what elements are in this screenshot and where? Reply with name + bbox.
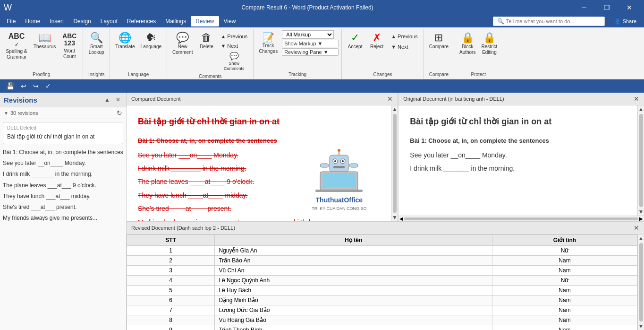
next-comment-button[interactable]: ▼ Next [218, 42, 250, 50]
revised-doc-scrollbar[interactable]: ▲ ▼ [637, 234, 644, 330]
original-doc-header: Original Document (in bai tieng anh - DE… [398, 93, 644, 105]
menu-home[interactable]: Home [20, 16, 45, 26]
accept-icon: ✓ [351, 33, 359, 43]
revisions-close-button[interactable]: ✕ [114, 96, 122, 104]
undo-qa-button[interactable]: ↩ [18, 81, 29, 91]
translate-icon: 🌐 [119, 33, 131, 43]
reject-button[interactable]: ✗ Reject [366, 30, 387, 51]
compared-doc-scrollbar[interactable]: ▲ ▼ [391, 105, 398, 221]
word-count-button[interactable]: ABC123 WordCount [59, 30, 80, 61]
previous-change-button[interactable]: ▲ Previous [388, 32, 421, 41]
restore-button[interactable]: ❐ [596, 0, 618, 15]
table-row: 4Lê Ngọc Quỳnh AnhNữ [127, 276, 637, 286]
compared-doc-close-button[interactable]: ✕ [387, 95, 393, 103]
compared-doc-content[interactable]: Bài tập giới từ chỉ thời gian in on at B… [127, 105, 391, 221]
original-doc-content[interactable]: Bài tập giới từ chỉ thời gian in on at B… [398, 105, 637, 216]
tell-input[interactable] [506, 18, 601, 24]
menu-layout[interactable]: Layout [96, 16, 122, 26]
restrict-editing-button[interactable]: 🔒 RestrictEditing [479, 30, 500, 57]
list-item: I drink milk _______ in the morning. [3, 169, 123, 180]
spelling-icon: ABC✓ [8, 33, 25, 48]
track-changes-button[interactable]: 📝 TrackChanges [256, 30, 280, 56]
compared-sentence-5: My friends always give me presents ____o… [138, 217, 380, 221]
reviewing-pane-button[interactable]: Reviewing Pane ▼ [282, 48, 339, 56]
table-row: 2Trần Bảo AnNam [127, 256, 637, 266]
table-row: 6Đặng Minh BảoNam [127, 295, 637, 305]
show-markup-button[interactable]: Show Markup ▼ [282, 40, 339, 47]
tell-bar[interactable]: 🔍 [493, 17, 605, 26]
compared-doc-header: Compared Document ✕ [127, 93, 398, 105]
list-item: She's tired ___at___ present. [3, 202, 123, 213]
scroll-up-button[interactable]: ▲ [392, 106, 398, 112]
menu-view[interactable]: View [219, 16, 241, 26]
menu-file[interactable]: File [2, 16, 20, 26]
close-button[interactable]: ✕ [619, 0, 640, 15]
restrict-editing-icon: 🔒 [483, 33, 496, 43]
revised-doc-close-button[interactable]: ✕ [634, 224, 639, 232]
compared-doc-title: Compared Document [131, 96, 181, 102]
thesaurus-button[interactable]: 📖 Thesaurus [31, 30, 58, 51]
new-comment-icon: 💬 [176, 33, 189, 43]
svg-rect-11 [349, 164, 358, 167]
redo-qa-button[interactable]: ↪ [31, 81, 41, 91]
rev-scroll-up-button[interactable]: ▲ [638, 235, 644, 241]
show-comments-button[interactable]: 💬 ShowComments [218, 51, 250, 73]
minimize-button[interactable]: ─ [573, 0, 595, 15]
orig-scroll-down-button[interactable]: ▼ [638, 209, 644, 215]
original-doc-scrollbar[interactable]: ▲ ▼ [637, 105, 644, 216]
menu-design[interactable]: Design [68, 16, 95, 26]
list-item: Bài 1: Choose at, in, on complete the se… [3, 147, 123, 158]
original-h-scrollbar[interactable]: ◀ ▶ [398, 216, 644, 221]
word-count-icon: ABC123 [62, 33, 76, 47]
reject-icon: ✗ [373, 33, 381, 43]
revisions-title: Revisions [4, 96, 37, 104]
share-icon: 👤 [614, 18, 621, 25]
h-scroll-left[interactable]: ◀ [399, 216, 403, 221]
table-row: 8Vũ Hoàng Gia BảoNam [127, 315, 637, 325]
original-sentence-0: See you later __on____ Monday. [410, 150, 626, 160]
original-sentence-1: I drink milk _______ in the morning. [410, 163, 626, 174]
save-qa-button[interactable]: 💾 [4, 81, 17, 91]
refresh-revisions-button[interactable]: ↻ [117, 109, 122, 117]
show-comments-icon: 💬 [229, 52, 239, 60]
scroll-down-button[interactable]: ▼ [392, 215, 398, 220]
new-comment-button[interactable]: 💬 NewComment [170, 30, 195, 57]
search-icon: 🔍 [497, 18, 504, 25]
translate-button[interactable]: 🌐 Translate [113, 30, 137, 51]
docs-top: Compared Document ✕ Bài tập giới từ chỉ … [127, 93, 644, 221]
block-authors-icon: 🔒 [461, 33, 474, 43]
revisions-expand-button[interactable]: ▲ [102, 96, 112, 104]
h-scroll-right[interactable]: ▶ [639, 216, 643, 221]
menu-insert[interactable]: Insert [45, 16, 68, 26]
table-row: 3Vũ Chí AnNam [127, 266, 637, 276]
delete-comment-button[interactable]: 🗑 Delete [196, 30, 217, 51]
block-authors-button[interactable]: 🔒 BlockAuthors [457, 30, 478, 57]
smart-lookup-button[interactable]: 🔍 SmartLookup [86, 30, 107, 57]
share-button[interactable]: 👤 Share [609, 17, 642, 26]
documents-area: Compared Document ✕ Bài tập giới từ chỉ … [127, 93, 644, 330]
revisions-panel: Revisions ▲ ✕ ▼ 30 revisions ↻ DELL Dele… [0, 93, 127, 330]
thesaurus-icon: 📖 [38, 33, 51, 43]
revisions-header: Revisions ▲ ✕ [0, 93, 126, 107]
main-area: Revisions ▲ ✕ ▼ 30 revisions ↻ DELL Dele… [0, 93, 644, 330]
all-markup-select[interactable]: All Markup Simple Markup No Markup Origi… [282, 30, 334, 39]
next-change-button[interactable]: ▼ Next [388, 43, 421, 51]
revised-doc-header: Revised Document (Danh sach lop 2 - DELL… [127, 222, 644, 234]
rev-scroll-down-button[interactable]: ▼ [638, 323, 644, 329]
menu-mailings[interactable]: Mailings [161, 16, 191, 26]
revisions-body[interactable]: DELL Deleted Bài tập giới từ chỉ thời gi… [0, 119, 126, 330]
original-doc-close-button[interactable]: ✕ [634, 95, 639, 103]
original-doc-panel: Original Document (in bai tieng anh - DE… [398, 93, 644, 221]
menu-review[interactable]: Review [191, 16, 219, 26]
accept-button[interactable]: ✓ Accept [345, 30, 365, 51]
customize-qat-button[interactable]: ✓ [43, 81, 53, 91]
previous-comment-button[interactable]: ▲ Previous [218, 32, 250, 41]
menu-references[interactable]: References [122, 16, 161, 26]
compare-button[interactable]: ⊞ Compare [427, 30, 451, 51]
spelling-grammar-button[interactable]: ABC✓ Spelling & Grammar [3, 30, 30, 61]
revised-doc-content[interactable]: STT Họ tên Giới tính 1Nguyễn Gia AnNữ2Tr… [127, 234, 637, 330]
watermark-tagline: TRI KY CUA DAN CONG SO [312, 205, 366, 212]
orig-scroll-up-button[interactable]: ▲ [638, 106, 644, 112]
language-button[interactable]: 🗣 Language [138, 30, 164, 51]
original-main-title: Bài tập giới từ chỉ thời gian in on at [410, 115, 626, 129]
